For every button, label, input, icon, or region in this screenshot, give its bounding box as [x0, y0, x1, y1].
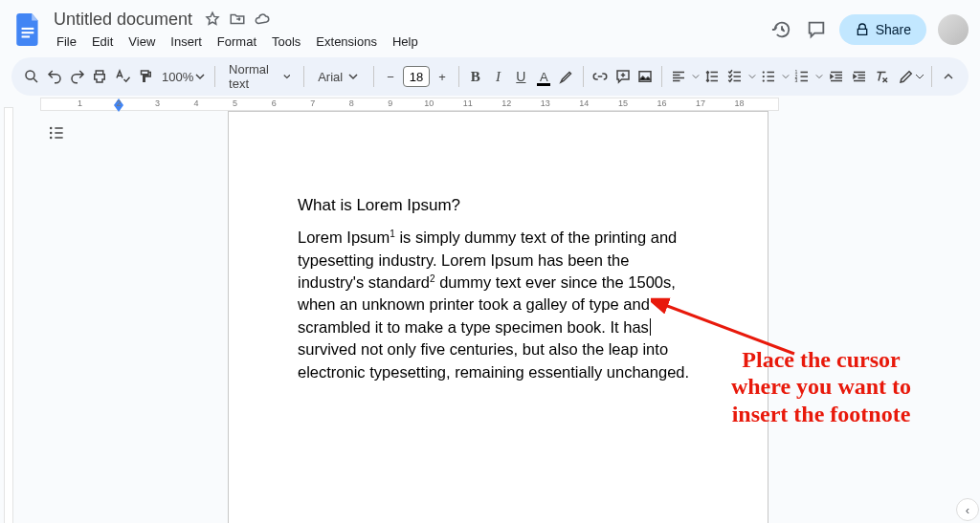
chevron-down-icon[interactable] [691, 73, 700, 80]
page-content[interactable]: What is Lorem Ipsum? Lorem Ipsum1 is sim… [298, 194, 699, 383]
style-value: Normal text [229, 62, 278, 91]
menu-bar: File Edit View Insert Format Tools Exten… [50, 32, 770, 52]
undo-icon[interactable] [44, 63, 65, 90]
font-family-selector[interactable]: Arial [310, 70, 368, 84]
doc-heading: What is Lorem Ipsum? [298, 194, 699, 217]
checklist-button[interactable] [724, 63, 746, 90]
menu-view[interactable]: View [122, 32, 162, 52]
font-value: Arial [318, 70, 343, 84]
svg-rect-1 [22, 32, 34, 33]
menu-help[interactable]: Help [386, 32, 425, 52]
document-page[interactable]: What is Lorem Ipsum? Lorem Ipsum1 is sim… [228, 111, 768, 523]
decrease-indent-button[interactable] [826, 63, 847, 90]
search-icon[interactable] [21, 63, 42, 90]
svg-point-6 [763, 76, 765, 77]
increase-indent-button[interactable] [849, 63, 870, 90]
menu-file[interactable]: File [50, 32, 83, 52]
svg-point-7 [763, 79, 765, 81]
spellcheck-icon[interactable] [112, 63, 133, 90]
annotation-text: Place the cursor where you want to inser… [693, 346, 949, 427]
move-folder-icon[interactable] [229, 11, 246, 28]
collapse-toolbar-icon[interactable] [938, 63, 959, 90]
italic-button[interactable]: I [488, 63, 509, 90]
share-button[interactable]: Share [839, 14, 926, 45]
print-icon[interactable] [90, 63, 111, 90]
text-cursor [650, 318, 651, 336]
insert-link-icon[interactable] [590, 63, 611, 90]
paragraph-style-selector[interactable]: Normal text [221, 62, 298, 91]
explore-button[interactable]: ‹ [956, 498, 979, 521]
doc-paragraph: Lorem Ipsum1 is simply dummy text of the… [298, 227, 699, 383]
star-icon[interactable] [204, 11, 221, 28]
horizontal-ruler[interactable]: 123456789101112131415161718 [40, 98, 779, 111]
docs-logo-icon[interactable] [11, 12, 46, 47]
line-spacing-button[interactable] [702, 63, 723, 90]
menu-format[interactable]: Format [211, 32, 263, 52]
svg-point-13 [50, 137, 53, 140]
chevron-down-icon[interactable] [814, 73, 823, 80]
bold-button[interactable]: B [465, 63, 486, 90]
svg-point-5 [763, 71, 765, 73]
history-icon[interactable] [770, 18, 793, 41]
paint-format-icon[interactable] [135, 63, 156, 90]
font-size-input[interactable] [403, 66, 430, 87]
editing-mode-button[interactable] [896, 63, 925, 90]
highlight-color-button[interactable] [556, 63, 577, 90]
menu-extensions[interactable]: Extensions [309, 32, 384, 52]
menu-insert[interactable]: Insert [164, 32, 209, 52]
chevron-down-icon[interactable] [747, 73, 756, 80]
toolbar: 100% Normal text Arial − + B I U A [11, 57, 969, 96]
svg-point-3 [26, 71, 34, 79]
insert-image-icon[interactable] [635, 63, 656, 90]
numbered-list-button[interactable]: 123 [792, 63, 813, 90]
user-avatar[interactable] [938, 14, 969, 45]
zoom-selector[interactable]: 100% [158, 70, 209, 84]
text-color-button[interactable]: A [533, 63, 554, 90]
svg-point-11 [50, 127, 53, 130]
clear-formatting-button[interactable] [871, 63, 892, 90]
cloud-status-icon[interactable] [254, 11, 271, 28]
bulleted-list-button[interactable] [758, 63, 779, 90]
font-size-control: − + [380, 66, 453, 87]
document-outline-icon[interactable] [46, 122, 67, 143]
underline-button[interactable]: U [510, 63, 531, 90]
chevron-down-icon[interactable] [781, 73, 790, 80]
add-comment-icon[interactable] [612, 63, 634, 90]
redo-icon[interactable] [67, 63, 88, 90]
zoom-value: 100% [162, 70, 193, 84]
app-header: Untitled document File Edit View Insert … [0, 0, 980, 54]
workspace: 123456789101112131415161718 What is Lore… [0, 98, 980, 523]
vertical-ruler [0, 98, 17, 523]
comments-icon[interactable] [805, 18, 828, 41]
align-button[interactable] [668, 63, 689, 90]
menu-tools[interactable]: Tools [265, 32, 307, 52]
font-size-increase[interactable]: + [432, 66, 453, 87]
share-label: Share [876, 22, 911, 37]
font-size-decrease[interactable]: − [380, 66, 401, 87]
document-title[interactable]: Untitled document [50, 9, 196, 31]
svg-text:3: 3 [795, 77, 798, 83]
menu-edit[interactable]: Edit [85, 32, 120, 52]
svg-rect-0 [22, 28, 34, 30]
svg-point-12 [50, 132, 53, 135]
svg-rect-2 [22, 35, 31, 37]
